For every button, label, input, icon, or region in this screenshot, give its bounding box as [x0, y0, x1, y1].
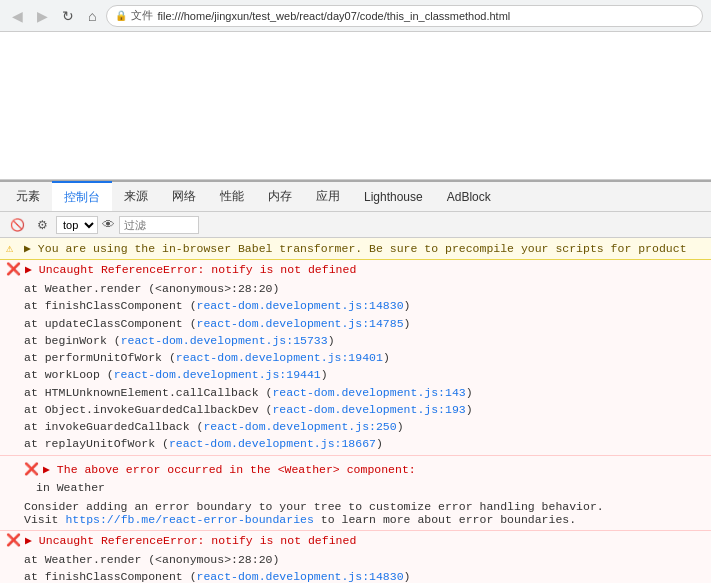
- home-button[interactable]: ⌂: [84, 6, 100, 26]
- error-2-consider2: Visit https://fb.me/react-error-boundari…: [24, 513, 705, 526]
- tab-sources[interactable]: 来源: [112, 182, 160, 212]
- error-block-1: ❌ ▶ Uncaught ReferenceError: notify is n…: [0, 260, 711, 456]
- stack-link-6[interactable]: react-dom.development.js:19441: [114, 368, 321, 381]
- context-select[interactable]: top: [56, 216, 98, 234]
- error-1-main-line[interactable]: ❌ ▶ Uncaught ReferenceError: notify is n…: [0, 260, 711, 279]
- address-bar: 🔒 文件 file:///home/jingxun/test_web/react…: [106, 5, 703, 27]
- error-icon-3: ❌: [6, 533, 21, 548]
- file-label: 文件: [131, 8, 153, 23]
- tab-console[interactable]: 控制台: [52, 181, 112, 211]
- consider2-suffix: to learn more about error boundaries.: [314, 513, 576, 526]
- error-icon-2: ❌: [24, 462, 39, 477]
- warning-text: ▶ You are using the in-browser Babel tra…: [24, 241, 687, 255]
- tab-network[interactable]: 网络: [160, 182, 208, 212]
- error-boundaries-link[interactable]: https://fb.me/react-error-boundaries: [65, 513, 313, 526]
- tab-memory[interactable]: 内存: [256, 182, 304, 212]
- error-2-consider1: Consider adding an error boundary to you…: [24, 500, 705, 513]
- eye-button[interactable]: 👁: [102, 217, 115, 232]
- forward-button[interactable]: ▶: [33, 6, 52, 26]
- error-block-3: ❌ ▶ Uncaught ReferenceError: notify is n…: [0, 531, 711, 584]
- stack-line-3: at updateClassComponent (react-dom.devel…: [24, 315, 705, 332]
- url-text: file:///home/jingxun/test_web/react/day0…: [157, 10, 510, 22]
- stack-link-9[interactable]: react-dom.development.js:250: [203, 420, 396, 433]
- tab-performance[interactable]: 性能: [208, 182, 256, 212]
- browser-toolbar: ◀ ▶ ↻ ⌂ 🔒 文件 file:///home/jingxun/test_w…: [0, 0, 711, 32]
- error-2-main-text: ▶ The above error occurred in the <Weath…: [43, 462, 416, 476]
- tab-application[interactable]: 应用: [304, 182, 352, 212]
- stack-link-2[interactable]: react-dom.development.js:14830: [197, 299, 404, 312]
- error-1-stack: at Weather.render (<anonymous>:28:20) at…: [0, 279, 711, 455]
- stack-link-5[interactable]: react-dom.development.js:19401: [176, 351, 383, 364]
- stack-link-10[interactable]: react-dom.development.js:18667: [169, 437, 376, 450]
- consider2-prefix: Visit: [24, 513, 65, 526]
- console-warning-line: ⚠ ▶ You are using the in-browser Babel t…: [0, 238, 711, 260]
- stack-line-7: at HTMLUnknownElement.callCallback (reac…: [24, 384, 705, 401]
- stack-line-1: at Weather.render (<anonymous>:28:20): [24, 280, 705, 297]
- devtools-tabbar: 元素 控制台 来源 网络 性能 内存 应用 Lighthouse AdBlock: [0, 182, 711, 212]
- tab-elements[interactable]: 元素: [4, 182, 52, 212]
- lock-icon: 🔒: [115, 10, 127, 21]
- error-3-main-line[interactable]: ❌ ▶ Uncaught ReferenceError: notify is n…: [0, 531, 711, 550]
- error-3-stack: at Weather.render (<anonymous>:28:20) at…: [0, 550, 711, 584]
- warning-icon: ⚠: [6, 241, 20, 256]
- stack-line-8: at Object.invokeGuardedCallbackDev (reac…: [24, 401, 705, 418]
- stack-line-5: at performUnitOfWork (react-dom.developm…: [24, 349, 705, 366]
- console-output: ⚠ ▶ You are using the in-browser Babel t…: [0, 238, 711, 583]
- settings-button[interactable]: ⚙: [33, 216, 52, 234]
- error-block-2: ❌ ▶ The above error occurred in the <Wea…: [0, 456, 711, 531]
- error-2-main-line: ❌ ▶ The above error occurred in the <Wea…: [24, 460, 705, 479]
- stack-link-7[interactable]: react-dom.development.js:143: [272, 386, 465, 399]
- filter-input[interactable]: [119, 216, 199, 234]
- stack-link-8[interactable]: react-dom.development.js:193: [272, 403, 465, 416]
- clear-console-button[interactable]: 🚫: [6, 216, 29, 234]
- error-3-main-text: ▶ Uncaught ReferenceError: notify is not…: [25, 533, 356, 547]
- page-content: [0, 32, 711, 180]
- tab-lighthouse[interactable]: Lighthouse: [352, 182, 435, 212]
- back-button[interactable]: ◀: [8, 6, 27, 26]
- stack3-line-1: at Weather.render (<anonymous>:28:20): [24, 551, 705, 568]
- devtools-panel: 元素 控制台 来源 网络 性能 内存 应用 Lighthouse AdBlock…: [0, 180, 711, 583]
- reload-button[interactable]: ↻: [58, 6, 78, 26]
- error-2-sub-text: in Weather: [24, 481, 705, 494]
- error-icon-1: ❌: [6, 262, 21, 277]
- tab-adblock[interactable]: AdBlock: [435, 182, 503, 212]
- stack-line-4: at beginWork (react-dom.development.js:1…: [24, 332, 705, 349]
- stack-line-2: at finishClassComponent (react-dom.devel…: [24, 297, 705, 314]
- stack-line-10: at replayUnitOfWork (react-dom.developme…: [24, 435, 705, 452]
- stack3-line-2: at finishClassComponent (react-dom.devel…: [24, 568, 705, 583]
- stack3-link-2[interactable]: react-dom.development.js:14830: [197, 570, 404, 583]
- stack-link-4[interactable]: react-dom.development.js:15733: [121, 334, 328, 347]
- devtools-toolbar: 🚫 ⚙ top 👁: [0, 212, 711, 238]
- stack-link-3[interactable]: react-dom.development.js:14785: [197, 317, 404, 330]
- stack-line-9: at invokeGuardedCallback (react-dom.deve…: [24, 418, 705, 435]
- stack-line-6: at workLoop (react-dom.development.js:19…: [24, 366, 705, 383]
- error-1-main-text: ▶ Uncaught ReferenceError: notify is not…: [25, 262, 356, 276]
